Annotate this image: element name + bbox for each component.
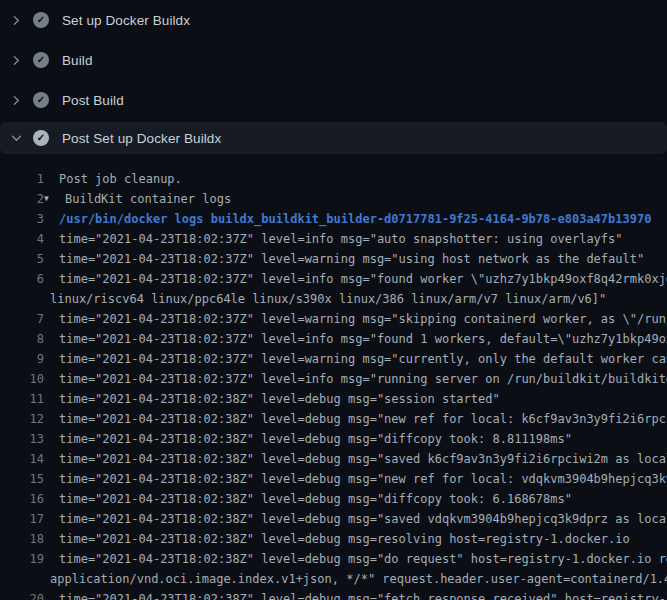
step-label: Post Build (62, 93, 124, 108)
log-line-number[interactable]: 10 (0, 369, 44, 389)
log-line-text: time="2021-04-23T18:02:38Z" level=debug … (59, 549, 667, 569)
log-line-number[interactable]: 13 (0, 429, 44, 449)
log-line: 12 time="2021-04-23T18:02:38Z" level=deb… (0, 409, 667, 429)
log-line-number[interactable]: 7 (0, 309, 44, 329)
log-line: 5 time="2021-04-23T18:02:37Z" level=warn… (0, 249, 667, 269)
chevron-right-icon (10, 94, 23, 107)
chevron-right-icon (10, 14, 23, 27)
log-line-text: time="2021-04-23T18:02:38Z" level=debug … (59, 449, 667, 469)
step-header-set-up-docker-buildx[interactable]: ✓ Set up Docker Buildx (0, 0, 667, 40)
log-line-number[interactable]: 1 (0, 169, 44, 189)
log-line: 18 time="2021-04-23T18:02:38Z" level=deb… (0, 529, 667, 549)
log-line-number[interactable]: 19 (0, 549, 44, 569)
log-line-number[interactable]: 2 (0, 189, 44, 209)
log-line-number[interactable]: 3 (0, 209, 44, 229)
log-line-number[interactable]: 4 (0, 229, 44, 249)
log-line-number[interactable]: 11 (0, 389, 44, 409)
collapse-triangle-icon[interactable]: ▼ (44, 189, 55, 209)
check-circle-icon: ✓ (33, 52, 49, 68)
log-line: 13 time="2021-04-23T18:02:38Z" level=deb… (0, 429, 667, 449)
step-list: ✓ Set up Docker Buildx ✓ Build ✓ Post Bu… (0, 0, 667, 154)
check-circle-icon: ✓ (33, 130, 49, 146)
log-line-text: time="2021-04-23T18:02:38Z" level=debug … (59, 429, 572, 449)
log-line: 14 time="2021-04-23T18:02:38Z" level=deb… (0, 449, 667, 469)
log-line-number[interactable]: 17 (0, 509, 44, 529)
log-line-text: time="2021-04-23T18:02:38Z" level=debug … (59, 389, 500, 409)
log-line-text: time="2021-04-23T18:02:38Z" level=debug … (59, 409, 667, 429)
log-line: 8 time="2021-04-23T18:02:37Z" level=info… (0, 329, 667, 349)
log-line-number[interactable]: 8 (0, 329, 44, 349)
log-line: 4 time="2021-04-23T18:02:37Z" level=info… (0, 229, 667, 249)
chevron-right-icon (10, 54, 23, 67)
log-line: 16 time="2021-04-23T18:02:38Z" level=deb… (0, 489, 667, 509)
log-line: 11 time="2021-04-23T18:02:38Z" level=deb… (0, 389, 667, 409)
log-line: 20 time="2021-04-23T18:02:38Z" level=deb… (0, 589, 667, 600)
log-line-number[interactable]: 5 (0, 249, 44, 269)
log-line-text: time="2021-04-23T18:02:37Z" level=warnin… (59, 309, 667, 329)
log-line: 3 /usr/bin/docker logs buildx_buildkit_b… (0, 209, 667, 229)
check-circle-icon: ✓ (33, 12, 49, 28)
log-line-number[interactable]: 12 (0, 409, 44, 429)
step-header-post-set-up-docker-buildx[interactable]: ✓ Post Set up Docker Buildx (0, 122, 667, 154)
log-line-text: time="2021-04-23T18:02:37Z" level=info m… (59, 229, 623, 249)
log-line-number[interactable]: 9 (0, 349, 44, 369)
log-line-text: time="2021-04-23T18:02:37Z" level=info m… (59, 329, 667, 349)
log-line-text: time="2021-04-23T18:02:38Z" level=debug … (59, 489, 572, 509)
log-line-number[interactable]: 16 (0, 489, 44, 509)
log-line-text: application/vnd.oci.image.index.v1+json,… (50, 569, 667, 589)
log-line-number[interactable] (0, 289, 44, 309)
log-line-text: time="2021-04-23T18:02:37Z" level=info m… (59, 269, 667, 289)
log-line-text: Post job cleanup. (59, 169, 182, 189)
log-line-text: /usr/bin/docker logs buildx_buildkit_bui… (59, 209, 651, 229)
log-line: 19 time="2021-04-23T18:02:38Z" level=deb… (0, 549, 667, 569)
log-line-number[interactable]: 6 (0, 269, 44, 289)
log-line-text: BuildKit container logs (65, 189, 231, 209)
log-line-text: time="2021-04-23T18:02:38Z" level=debug … (59, 589, 667, 600)
log-line-text: time="2021-04-23T18:02:37Z" level=warnin… (59, 349, 667, 369)
log-line-number[interactable] (0, 569, 44, 589)
actions-log-viewer: ✓ Set up Docker Buildx ✓ Build ✓ Post Bu… (0, 0, 667, 600)
log-line-number[interactable]: 15 (0, 469, 44, 489)
step-header-post-build[interactable]: ✓ Post Build (0, 80, 667, 120)
log-line-number[interactable]: 20 (0, 589, 44, 600)
log-line: 1 Post job cleanup. (0, 169, 667, 189)
log-line: 10 time="2021-04-23T18:02:37Z" level=inf… (0, 369, 667, 389)
log-line-text: time="2021-04-23T18:02:37Z" level=info m… (59, 369, 667, 389)
log-line-number[interactable]: 18 (0, 529, 44, 549)
check-circle-icon: ✓ (33, 92, 49, 108)
log-line-text: time="2021-04-23T18:02:38Z" level=debug … (59, 469, 667, 489)
step-header-build[interactable]: ✓ Build (0, 40, 667, 80)
log-line: 15 time="2021-04-23T18:02:38Z" level=deb… (0, 469, 667, 489)
log-line: linux/riscv64 linux/ppc64le linux/s390x … (0, 289, 667, 309)
log-line-number[interactable]: 14 (0, 449, 44, 469)
log-line-text: time="2021-04-23T18:02:37Z" level=warnin… (59, 249, 644, 269)
log-line-text: time="2021-04-23T18:02:38Z" level=debug … (59, 509, 667, 529)
step-label: Build (62, 53, 93, 68)
log-line-text: linux/riscv64 linux/ppc64le linux/s390x … (50, 289, 606, 309)
log-output: 1 Post job cleanup. 2 ▼BuildKit containe… (0, 169, 667, 600)
log-line-text: time="2021-04-23T18:02:38Z" level=debug … (59, 529, 630, 549)
step-label: Post Set up Docker Buildx (62, 131, 221, 146)
log-line: 6 time="2021-04-23T18:02:37Z" level=info… (0, 269, 667, 289)
step-label: Set up Docker Buildx (62, 13, 190, 28)
chevron-down-icon (10, 132, 23, 145)
log-line: application/vnd.oci.image.index.v1+json,… (0, 569, 667, 589)
log-line: 7 time="2021-04-23T18:02:37Z" level=warn… (0, 309, 667, 329)
log-line: 17 time="2021-04-23T18:02:38Z" level=deb… (0, 509, 667, 529)
log-line: 2 ▼BuildKit container logs (0, 189, 667, 209)
log-line: 9 time="2021-04-23T18:02:37Z" level=warn… (0, 349, 667, 369)
